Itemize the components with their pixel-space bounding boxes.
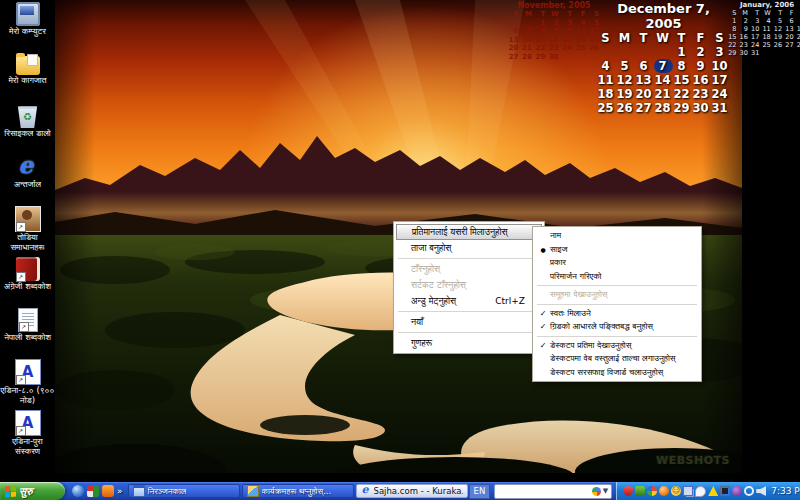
calendar-november: November, 2005SMTWTFS1234567891011121314… (507, 1, 601, 61)
desktop-icon-label: मेरो कागजात (0, 76, 55, 86)
language-indicator[interactable]: EN (469, 484, 491, 499)
desktop-search-box[interactable]: ▼ (494, 484, 612, 499)
menu-item-arrange-icons-by[interactable]: प्रतिमानलाई यसरी मिलाउनुहोस्► (396, 224, 542, 240)
menu-item-new[interactable]: नयाँ► (396, 314, 542, 330)
calendar-day: 15 (534, 36, 547, 45)
menu-item-sort-by-type[interactable]: प्रकार (535, 256, 699, 270)
security-shield-icon[interactable] (623, 486, 633, 496)
calendar-grid: SMTWTFS123456789101112131415161718192021… (727, 9, 800, 57)
calendar-day-header: F (784, 9, 795, 17)
magnifier-icon[interactable] (744, 486, 754, 496)
calendar-day-header: S (507, 10, 520, 19)
calendar-day: 22 (727, 41, 738, 49)
calendar-day: 2 (692, 45, 711, 59)
desktop-icon-recycle-bin[interactable]: रिसाइकल डालो (0, 104, 55, 153)
calendar-day: 21 (796, 33, 800, 41)
menu-item-sort-by-modified[interactable]: परिमार्जन गरिएको (535, 270, 699, 284)
calendar-day: 13 (635, 73, 654, 87)
calendar-day: 16 (547, 36, 560, 45)
add-programs-icon (247, 485, 259, 497)
menu-item-label: अन्डु मेट्नुहोस् (411, 296, 456, 307)
desktop-icon-adina-full[interactable]: एडिना-पुरा संस्करण (0, 410, 55, 459)
calendar-day: 27 (507, 53, 520, 62)
taskbar-task-1[interactable]: निरञ्जनकाल (128, 484, 240, 498)
menu-item-refresh[interactable]: ताजा बनुहोस् (396, 240, 542, 256)
desktop-icon-my-documents[interactable]: मेरो कागजात (0, 53, 55, 102)
internet-explorer-icon (16, 155, 40, 179)
calendar-day: 30 (692, 101, 711, 115)
taskbar-task-2[interactable]: कार्यक्रमहरू थप्नुहोस्... (242, 484, 354, 498)
calendar-day: 16 (738, 33, 749, 41)
chat-app-icon[interactable] (87, 485, 99, 497)
menu-item-show-desktop-icons[interactable]: ✓डेस्कटप प्रतिमा देखाउनुहोस् (535, 339, 699, 353)
desktop-icon-label: एडिना-८.० (९०० नोड) (0, 386, 55, 406)
orange-ball-icon[interactable] (659, 486, 669, 496)
calendar-day: 28 (796, 41, 800, 49)
volume-muted-icon[interactable] (756, 486, 766, 496)
calendar-day-header: F (574, 10, 587, 19)
calendar-day: 7 (796, 17, 800, 25)
calendar-day: 25 (761, 41, 772, 49)
calendar-day: 10 (750, 25, 761, 33)
calendar-day: 1 (673, 45, 692, 59)
chevron-down-icon[interactable]: ▼ (603, 487, 608, 495)
warning-triangle-icon[interactable] (708, 486, 718, 496)
calendar-grid: SMTWTFS123456789101112131415161718192021… (597, 31, 730, 115)
desktop-icon-adina-8[interactable]: एडिना-८.० (९०० नोड) (0, 359, 55, 408)
orange-app-icon[interactable] (102, 485, 114, 497)
calendar-day-header: T (534, 10, 547, 19)
globe-app-icon[interactable] (72, 485, 84, 497)
calendar-day: 20 (507, 44, 520, 53)
network-computers-icon[interactable] (683, 486, 693, 496)
menu-item-label: प्रतिमानलाई यसरी मिलाउनुहोस् (412, 227, 507, 238)
menu-item-align-to-grid[interactable]: ✓ग्रिडको आधारले पङ्क्तिबद्ध बनुहोस् (535, 320, 699, 334)
desktop-icon-photo-solutions[interactable]: तोडिया समाधानहरू (0, 206, 55, 255)
desktop-icon-nepali-dictionary[interactable]: नेपाली शब्दकोश (0, 308, 55, 357)
task-label: निरञ्जनकाल (148, 486, 187, 497)
purple-app-icon[interactable] (732, 486, 742, 496)
menu-item-label: ताजा बनुहोस् (411, 243, 451, 254)
desktop-icon-english-dictionary[interactable]: अंग्रेजी शब्दकोश (0, 257, 55, 306)
calendar-day-header: M (520, 10, 533, 19)
menu-item-auto-arrange[interactable]: ✓स्वतः मिलाउने (535, 307, 699, 321)
calendar-day: 14 (796, 25, 800, 33)
menu-item-properties[interactable]: गुणहरू (396, 335, 542, 351)
calendar-day: 9 (692, 59, 711, 73)
calendar-day (773, 49, 784, 57)
menu-item-paste[interactable]: टाँस्नुहोस् (396, 261, 542, 277)
menu-item-desktop-cleanup-wizard[interactable]: डेस्कटप सरसफाइ विजार्ड चलाउनुहोस् (535, 366, 699, 380)
menu-item-lock-web-items[interactable]: डेस्कटपमा वेब वस्तुलाई ताल्चा लगाउनुहोस् (535, 352, 699, 366)
windows-logo-icon (5, 485, 16, 497)
desktop-icon-my-computer[interactable]: मेरो कम्प्युटर (0, 2, 55, 51)
menu-item-undo-delete[interactable]: अन्डु मेट्नुहोस्Ctrl+Z (396, 293, 542, 309)
menu-item-sort-by-name[interactable]: नाम (535, 229, 699, 243)
menu-item-label: टाँस्नुहोस् (411, 264, 440, 275)
calendar-day: 30 (738, 49, 749, 57)
desktop-icon-label: तोडिया समाधानहरू (0, 233, 55, 253)
menu-item-sort-by-size[interactable]: ●साइज (535, 243, 699, 257)
desktop-icon-internet[interactable]: अन्तर्जाल (0, 155, 55, 204)
desktop[interactable]: WEBSHOTS मेरो कम्प्युटरमेरो कागजातरिसाइक… (0, 0, 800, 500)
task-label: Sajha.com - - Kuraka... (374, 486, 463, 496)
menu-separator (537, 336, 697, 337)
start-button[interactable]: सुरु (0, 482, 65, 500)
menu-item-paste-shortcut[interactable]: सर्टकट टाँस्नुहोस् (396, 277, 542, 293)
calendar-day (635, 45, 654, 59)
multicolor-ball-icon[interactable] (647, 486, 657, 496)
calendar-day: 18 (761, 33, 772, 41)
calendar-day-header: S (597, 31, 616, 45)
smiley-icon[interactable]: ☺ (671, 486, 681, 496)
menu-item-show-in-groups[interactable]: समूहमा देखाउनुहोस् (535, 288, 699, 302)
taskbar-task-3[interactable]: Sajha.com - - Kuraka... (356, 484, 468, 498)
calendar-day: 20 (784, 33, 795, 41)
green-utility-icon[interactable] (635, 486, 645, 496)
clock[interactable]: 7:33 PM (771, 486, 800, 496)
calendar-day: 9 (547, 27, 560, 36)
chat-bubble-icon[interactable] (695, 486, 706, 497)
quick-launch-overflow-chevron[interactable]: » (117, 486, 123, 496)
display-monitor-icon[interactable] (720, 486, 730, 496)
my-documents-icon (16, 56, 40, 75)
adina-app-icon (15, 359, 41, 385)
red-book-icon (16, 257, 40, 281)
calendar-day: 29 (673, 101, 692, 115)
